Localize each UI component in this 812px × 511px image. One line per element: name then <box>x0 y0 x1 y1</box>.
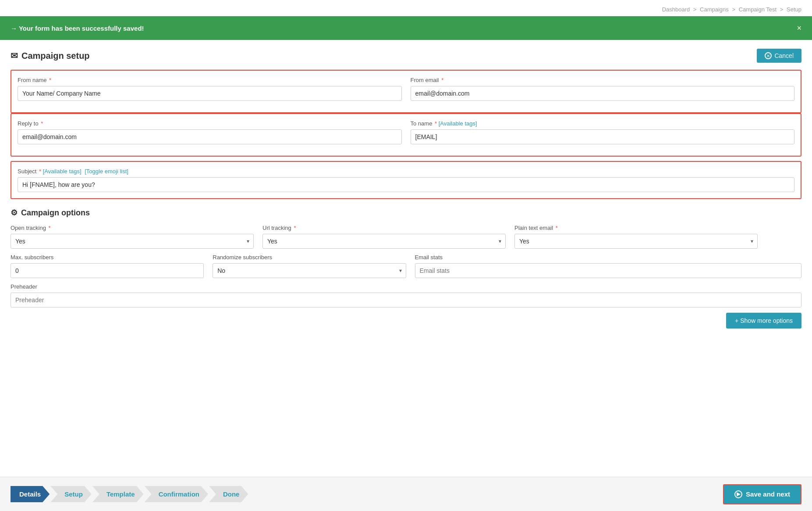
step-done[interactable]: Done <box>209 486 248 502</box>
open-tracking-select-wrapper: Yes No <box>11 234 254 249</box>
max-subscribers-label: Max. subscribers <box>11 254 204 261</box>
success-banner: → Your form has been successfully saved!… <box>0 16 812 40</box>
randomize-subscribers-select[interactable]: No Yes <box>213 263 406 278</box>
subject-toggle-emoji-link[interactable]: [Toggle emoji list] <box>85 168 128 175</box>
from-email-input[interactable] <box>411 86 795 101</box>
step-setup[interactable]: Setup <box>50 486 92 502</box>
subject-label: Subject * [Available tags] [Toggle emoji… <box>18 168 794 175</box>
from-email-group: From email * <box>411 77 795 101</box>
step-template[interactable]: Template <box>92 486 144 502</box>
open-tracking-select[interactable]: Yes No <box>11 234 254 249</box>
subscribers-row: Max. subscribers Randomize subscribers N… <box>11 254 801 278</box>
plain-text-email-select[interactable]: Yes No <box>514 234 758 249</box>
cancel-button[interactable]: ✕ Cancel <box>757 49 801 63</box>
gear-icon: ⚙ <box>11 208 18 218</box>
to-name-group: To name * [Available tags] <box>411 120 795 144</box>
show-more-options-button[interactable]: + Show more options <box>726 313 801 329</box>
from-fields-row: From name * From email * <box>18 77 794 101</box>
reply-to-row: Reply to * To name * [Available tags] <box>18 120 794 144</box>
tracking-row: Open tracking * Yes No Url tracking * <box>11 225 801 249</box>
envelope-icon: ✉ <box>11 50 18 61</box>
breadcrumb-dashboard[interactable]: Dashboard <box>662 6 690 13</box>
url-tracking-select-wrapper: Yes No <box>262 234 506 249</box>
options-title: ⚙ Campaign options <box>11 208 801 218</box>
to-name-label: To name * [Available tags] <box>411 120 795 127</box>
preheader-input[interactable] <box>11 293 801 307</box>
reply-to-group: Reply to * <box>18 120 402 144</box>
step-details[interactable]: Details <box>11 486 50 502</box>
save-and-next-button[interactable]: ▶ Save and next <box>723 484 801 504</box>
from-fields-section: From name * From email * <box>11 70 801 113</box>
to-name-input[interactable] <box>411 129 795 144</box>
show-more-row: + Show more options <box>11 313 801 329</box>
step-confirmation[interactable]: Confirmation <box>145 486 208 502</box>
preheader-row: Preheader <box>11 283 801 307</box>
randomize-subscribers-label: Randomize subscribers <box>213 254 406 261</box>
subject-section: Subject * [Available tags] [Toggle emoji… <box>11 161 801 199</box>
from-email-label: From email * <box>411 77 795 83</box>
plain-text-email-select-wrapper: Yes No <box>514 234 758 249</box>
breadcrumb-setup: Setup <box>787 6 801 13</box>
open-tracking-label: Open tracking * <box>11 225 254 231</box>
success-message: → Your form has been successfully saved! <box>11 25 144 32</box>
randomize-subscribers-group: Randomize subscribers No Yes <box>213 254 406 278</box>
url-tracking-label: Url tracking * <box>262 225 506 231</box>
email-stats-input[interactable] <box>415 263 802 278</box>
reply-to-section: Reply to * To name * [Available tags] <box>11 113 801 157</box>
reply-to-input[interactable] <box>18 129 402 144</box>
subject-available-tags-link[interactable]: [Available tags] <box>43 168 82 175</box>
breadcrumb-campaign-test[interactable]: Campaign Test <box>739 6 777 13</box>
subject-input[interactable] <box>18 177 794 192</box>
to-name-available-tags-link[interactable]: [Available tags] <box>439 120 477 127</box>
campaign-setup-title: ✉ Campaign setup <box>11 50 90 61</box>
from-name-input[interactable] <box>18 86 402 101</box>
preheader-group: Preheader <box>11 283 801 307</box>
plain-text-email-label: Plain text email * <box>514 225 758 231</box>
url-tracking-select[interactable]: Yes No <box>262 234 506 249</box>
email-stats-group: Email stats <box>415 254 802 278</box>
plain-text-email-group: Plain text email * Yes No <box>514 225 758 249</box>
preheader-label: Preheader <box>11 283 801 290</box>
open-tracking-group: Open tracking * Yes No <box>11 225 254 249</box>
max-subscribers-group: Max. subscribers <box>11 254 204 278</box>
campaign-setup-header: ✉ Campaign setup ✕ Cancel <box>11 49 801 63</box>
cancel-circle-icon: ✕ <box>765 52 772 59</box>
from-name-label: From name * <box>18 77 402 83</box>
email-stats-label: Email stats <box>415 254 802 261</box>
url-tracking-group: Url tracking * Yes No <box>262 225 506 249</box>
steps-navigation: Details Setup Template Confirmation Done <box>11 486 248 502</box>
breadcrumb: Dashboard > Campaigns > Campaign Test > … <box>0 0 812 16</box>
spacer <box>766 225 801 249</box>
breadcrumb-campaigns[interactable]: Campaigns <box>700 6 729 13</box>
bottom-navigation: Details Setup Template Confirmation Done… <box>0 477 812 511</box>
campaign-options-section: ⚙ Campaign options Open tracking * Yes N… <box>11 208 801 329</box>
banner-close-button[interactable]: × <box>797 24 801 32</box>
randomize-subscribers-select-wrapper: No Yes <box>213 263 406 278</box>
save-next-play-icon: ▶ <box>734 490 742 498</box>
max-subscribers-input[interactable] <box>11 263 204 278</box>
reply-to-label: Reply to * <box>18 120 402 127</box>
from-name-group: From name * <box>18 77 402 101</box>
